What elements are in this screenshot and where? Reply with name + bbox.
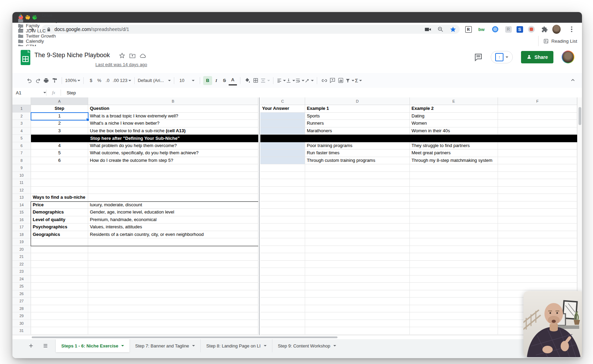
cell-B20[interactable]: [88, 246, 258, 253]
cell-C9[interactable]: [260, 164, 305, 172]
cell-F3[interactable]: [498, 120, 577, 127]
row-header-4[interactable]: 4: [12, 127, 31, 135]
cell-A1[interactable]: Step: [31, 105, 88, 113]
cell-D8[interactable]: Through custom training programs: [305, 157, 410, 165]
star-outline-icon[interactable]: [119, 53, 125, 59]
cell-E2[interactable]: Dating: [410, 113, 498, 120]
all-sheets-icon[interactable]: [43, 343, 48, 349]
sheet-tab[interactable]: Steps 1 - 6: Niche Exercise: [56, 339, 129, 352]
sheet-tab-menu-icon[interactable]: [192, 345, 195, 346]
sheet-tab[interactable]: Step 9: Content Workshop: [272, 339, 342, 352]
cell-A4[interactable]: 3: [31, 127, 88, 135]
row-header-1[interactable]: 1: [12, 105, 31, 113]
horizontal-scrollbar[interactable]: [12, 335, 582, 339]
cell-B10[interactable]: [88, 172, 258, 179]
cell-C21[interactable]: [260, 253, 305, 261]
cell-F15[interactable]: [498, 209, 577, 216]
bookmark-item[interactable]: Google Drive: [18, 13, 66, 18]
share-button[interactable]: Share: [521, 51, 553, 63]
cell-E9[interactable]: [410, 164, 498, 172]
cell-E19[interactable]: [410, 238, 498, 246]
row-header-30[interactable]: 30: [12, 320, 31, 327]
cell-D21[interactable]: [305, 253, 410, 261]
text-color-button[interactable]: A: [229, 75, 237, 85]
cell-D3[interactable]: Runners: [305, 120, 410, 127]
cell-D15[interactable]: [305, 209, 410, 216]
cell-E29[interactable]: [410, 312, 498, 320]
cell-E1[interactable]: Example 2: [410, 105, 498, 113]
cell-B3[interactable]: What's a niche I know even better?: [88, 120, 258, 127]
cell-D25[interactable]: [305, 283, 410, 290]
row-header-10[interactable]: 10: [12, 172, 31, 179]
comment-history-icon[interactable]: [474, 53, 482, 61]
cell-D24[interactable]: [305, 275, 410, 283]
row-header-12[interactable]: 12: [12, 187, 31, 194]
cell-A7[interactable]: 5: [31, 149, 88, 157]
zoom-out-icon[interactable]: [437, 26, 444, 32]
extension-r-gray-icon[interactable]: R: [504, 25, 512, 33]
reading-list-button[interactable]: Reading List: [538, 36, 577, 46]
row-header-24[interactable]: 24: [12, 275, 31, 283]
cell-F25[interactable]: [498, 283, 577, 290]
cell-D6[interactable]: Poor training programs: [305, 142, 410, 150]
row-header-31[interactable]: 31: [12, 327, 31, 335]
bookmark-star-icon[interactable]: [450, 26, 456, 33]
cell-B28[interactable]: [88, 305, 258, 313]
cell-D11[interactable]: [305, 179, 410, 187]
cell-C17[interactable]: [260, 223, 305, 231]
cell-F13[interactable]: [498, 194, 577, 201]
document-title[interactable]: The 9-Step Niche Playbook: [34, 52, 110, 59]
cloud-status-icon[interactable]: [140, 53, 146, 58]
column-header-F[interactable]: F: [498, 97, 577, 105]
row-header-23[interactable]: 23: [12, 268, 31, 275]
cell-A26[interactable]: [31, 290, 88, 298]
cell-B22[interactable]: [88, 261, 258, 268]
cell-D12[interactable]: [305, 187, 410, 194]
cell-C24[interactable]: [260, 275, 305, 283]
name-box[interactable]: A1: [12, 90, 46, 95]
strikethrough-button[interactable]: S: [220, 76, 229, 85]
cell-E31[interactable]: [410, 327, 498, 335]
cell-E10[interactable]: [410, 172, 498, 179]
cell-A10[interactable]: [31, 172, 88, 179]
browser-profile-avatar[interactable]: [552, 25, 561, 33]
cell-E7[interactable]: Meet great partners: [410, 149, 498, 157]
print-icon[interactable]: [42, 76, 50, 85]
row-header-22[interactable]: 22: [12, 261, 31, 268]
cell-F20[interactable]: [498, 246, 577, 253]
cell-D30[interactable]: [305, 320, 410, 327]
cell-F19[interactable]: [498, 238, 577, 246]
increase-decimals-button[interactable]: .00: [112, 76, 120, 85]
bookmark-item[interactable]: Twitter Growth: [18, 33, 66, 39]
cell-B26[interactable]: [88, 290, 258, 298]
cell-D14[interactable]: [305, 201, 410, 209]
cell-D31[interactable]: [305, 327, 410, 335]
row-header-7[interactable]: 7: [12, 149, 31, 157]
cell-C11[interactable]: [260, 179, 305, 187]
cell-A8[interactable]: 6: [31, 157, 88, 165]
column-header-A[interactable]: A: [31, 97, 88, 105]
row-header-25[interactable]: 25: [12, 283, 31, 290]
cell-A27[interactable]: [31, 298, 88, 305]
cell-C22[interactable]: [260, 261, 305, 268]
cell-C20[interactable]: [260, 246, 305, 253]
merge-cells-icon[interactable]: [260, 76, 270, 85]
decrease-decimals-button[interactable]: .0: [103, 76, 112, 85]
horizontal-align-icon[interactable]: [277, 76, 286, 85]
cell-C7[interactable]: [260, 149, 305, 157]
cell-B24[interactable]: [88, 275, 258, 283]
format-percent-button[interactable]: %: [95, 76, 103, 85]
row-header-20[interactable]: 20: [12, 246, 31, 253]
cell-C3[interactable]: [260, 120, 305, 127]
extension-c-icon[interactable]: [491, 25, 499, 33]
cell-A22[interactable]: [31, 261, 88, 268]
collapse-toolbar-icon[interactable]: [570, 77, 576, 83]
cell-D28[interactable]: [305, 305, 410, 313]
cell-C15[interactable]: [260, 209, 305, 216]
row-header-5[interactable]: 5: [12, 135, 31, 142]
cell-E28[interactable]: [410, 305, 498, 313]
sheet-tab[interactable]: Step 8: Landing Page on LI: [201, 339, 272, 352]
cell-C26[interactable]: [260, 290, 305, 298]
cell-E6[interactable]: They struggle to find partners: [410, 142, 498, 150]
cell-A9[interactable]: [31, 164, 88, 172]
